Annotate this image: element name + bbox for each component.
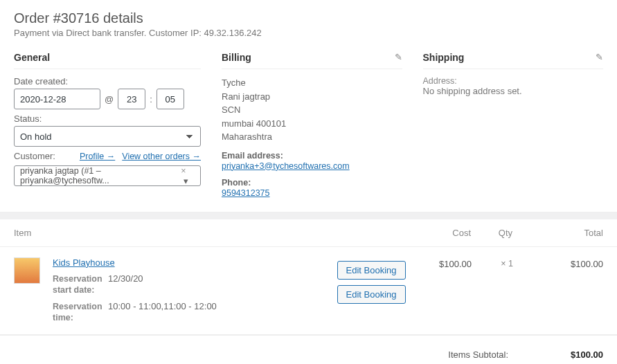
edit-booking-button-1[interactable]: Edit Booking [337,261,406,280]
col-total: Total [512,228,603,238]
email-label: Email address: [222,151,402,161]
time-label: Reservation time: [53,301,108,324]
chevron-down-icon[interactable]: ▾ [184,176,188,186]
customer-value: priyanka jagtap (#1 – priyanka@tychesoft… [20,166,181,185]
customer-select[interactable]: priyanka jagtap (#1 – priyanka@tychesoft… [14,165,201,186]
billing-line3: SCN [222,103,402,117]
subtotal-value: $100.00 [571,349,603,360]
product-name-link[interactable]: Kids Playhouse [53,257,115,268]
product-thumbnail[interactable] [14,257,40,284]
edit-booking-button-2[interactable]: Edit Booking [337,285,406,304]
general-heading: General [14,52,201,69]
col-qty: Qty [471,228,512,238]
billing-heading: Billing [222,52,402,69]
time-colon: : [150,94,152,104]
billing-phone[interactable]: 9594312375 [222,188,270,198]
date-input[interactable] [14,89,100,109]
minute-input[interactable] [157,89,184,109]
shipping-none: No shipping address set. [423,86,604,96]
billing-section: ✎ Billing Tyche Rani jagtrap SCN mumbai … [222,52,402,198]
billing-line1: Tyche [222,76,402,90]
phone-label: Phone: [222,178,402,188]
order-title: Order #30716 details [14,10,603,26]
item-qty: × 1 [472,257,513,324]
edit-shipping-icon[interactable]: ✎ [596,52,603,62]
col-item: Item [14,228,319,238]
billing-line4: mumbai 400101 [222,117,402,131]
shipping-address-label: Address: [423,76,604,86]
billing-email[interactable]: priyanka+3@tychesoftwares.com [222,161,350,171]
customer-label: Customer: [14,151,55,161]
edit-billing-icon[interactable]: ✎ [395,52,402,62]
hour-input[interactable] [118,89,145,109]
start-date-label: Reservation start date: [53,273,108,296]
item-cost: $100.00 [423,257,472,324]
status-select[interactable]: On hold [14,126,201,147]
at-symbol: @ [105,94,114,104]
col-cost: Cost [422,228,471,238]
item-total: $100.00 [513,257,603,324]
start-date-value: 12/30/20 [108,273,143,296]
clear-customer-icon[interactable]: × [181,166,186,176]
col-spacer [319,228,422,238]
date-label: Date created: [14,76,201,87]
billing-line5: Maharashtra [222,130,402,144]
shipping-heading: Shipping [423,52,604,69]
shipping-section: ✎ Shipping Address: No shipping address … [423,52,604,198]
payment-line: Payment via Direct bank transfer. Custom… [14,28,603,38]
subtotal-label: Items Subtotal: [448,349,508,360]
general-section: General Date created: @ : Status: On hol… [14,52,201,198]
other-orders-link[interactable]: View other orders → [122,152,201,161]
table-row: Kids Playhouse Reservation start date: 1… [0,247,617,335]
billing-line2: Rani jagtrap [222,90,402,104]
status-label: Status: [14,113,201,124]
time-value: 10:00 - 11:00,11:00 - 12:00 [108,301,217,324]
profile-link[interactable]: Profile → [80,152,115,161]
